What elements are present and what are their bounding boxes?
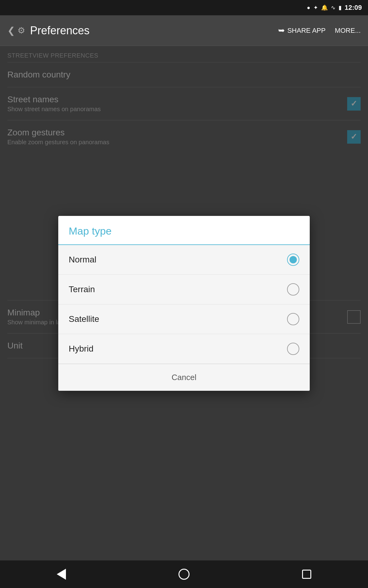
option-label-satellite: Satellite <box>69 314 99 324</box>
nav-home-button[interactable] <box>175 565 193 583</box>
share-app-button[interactable]: ➥ SHARE APP <box>278 26 326 35</box>
option-label-terrain: Terrain <box>69 285 95 294</box>
main-content: STREETVIEW PREFERENCES Random country St… <box>0 46 368 560</box>
gear-icon: ⚙ <box>17 25 25 36</box>
status-icons: ● ✦ 🔔 ∿ ▮ 12:09 <box>307 4 362 12</box>
radio-terrain[interactable] <box>287 283 299 296</box>
recents-square-icon <box>302 570 311 579</box>
app-bar-actions: ➥ SHARE APP MORE... <box>278 26 361 35</box>
home-circle-icon <box>178 569 190 580</box>
radio-satellite[interactable] <box>287 313 299 325</box>
wifi-icon: ∿ <box>331 4 335 11</box>
map-type-dialog: Map type Normal Terrain Satellite Hybrid <box>58 216 310 391</box>
page-title: Preferences <box>30 24 278 37</box>
share-label: SHARE APP <box>287 27 326 35</box>
option-label-hybrid: Hybrid <box>69 344 94 354</box>
location-icon: ● <box>307 5 310 11</box>
dialog-overlay: Map type Normal Terrain Satellite Hybrid <box>0 46 368 560</box>
bluetooth-icon: ✦ <box>313 4 318 11</box>
radio-hybrid[interactable] <box>287 343 299 355</box>
share-icon: ➥ <box>278 26 285 35</box>
cancel-label: Cancel <box>172 373 197 382</box>
dialog-option-normal[interactable]: Normal <box>58 245 310 275</box>
dialog-option-hybrid[interactable]: Hybrid <box>58 334 310 364</box>
dialog-title: Map type <box>58 216 310 245</box>
radio-normal[interactable] <box>287 254 299 266</box>
dialog-option-satellite[interactable]: Satellite <box>58 304 310 334</box>
radio-inner-normal <box>289 256 297 263</box>
battery-icon: ▮ <box>339 4 342 11</box>
back-button[interactable]: ❮ <box>7 25 15 36</box>
back-triangle-icon <box>57 569 66 580</box>
nav-back-button[interactable] <box>52 565 71 583</box>
more-button[interactable]: MORE... <box>335 27 361 35</box>
notification-icon: 🔔 <box>321 4 328 11</box>
cancel-button[interactable]: Cancel <box>58 364 310 391</box>
nav-recents-button[interactable] <box>297 565 316 583</box>
dialog-option-terrain[interactable]: Terrain <box>58 275 310 304</box>
app-bar: ❮ ⚙ Preferences ➥ SHARE APP MORE... <box>0 15 368 46</box>
option-label-normal: Normal <box>69 255 96 265</box>
nav-bar <box>0 560 368 588</box>
status-time: 12:09 <box>345 4 362 12</box>
status-bar: ● ✦ 🔔 ∿ ▮ 12:09 <box>0 0 368 15</box>
